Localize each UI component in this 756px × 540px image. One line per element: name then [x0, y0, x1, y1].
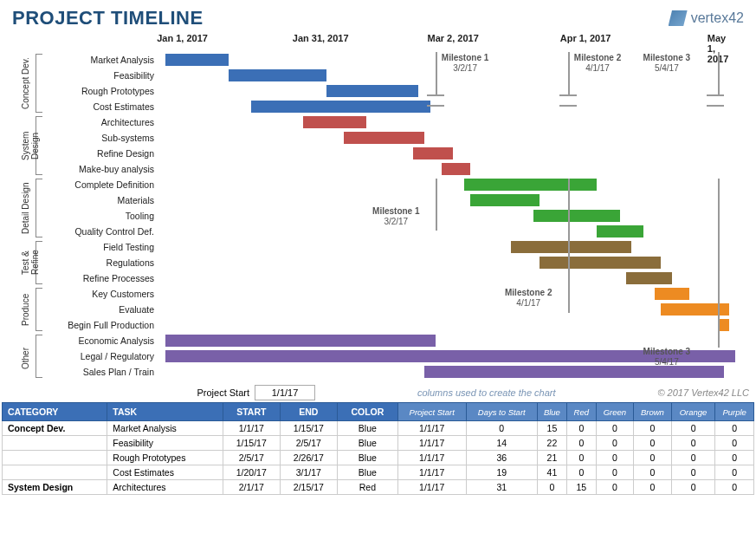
cell-red: 0 [566, 436, 596, 451]
cell-end[interactable]: 3/1/17 [280, 465, 337, 480]
gantt-bar [413, 147, 454, 159]
cell-category[interactable]: System Design [3, 480, 107, 495]
cell-task[interactable]: Feasibility [107, 436, 223, 451]
task-label: Refine Processes [47, 270, 159, 286]
cell-red: 0 [566, 465, 596, 480]
milestone-label: Milestone 24/1/17 [505, 288, 552, 308]
cell-category[interactable]: Concept Dev. [3, 421, 107, 436]
cell-color[interactable]: Red [337, 480, 397, 495]
milestone-line [436, 179, 437, 231]
brand-logo: vertex42 [669, 10, 744, 26]
gantt-bar [303, 116, 366, 128]
cell-orange: 0 [671, 451, 714, 465]
task-label: Quality Control Def. [47, 224, 159, 239]
cell-blue: 15 [537, 421, 566, 436]
table-row[interactable]: System DesignArchitectures2/1/172/15/17R… [3, 480, 754, 495]
cell-brown: 0 [633, 451, 671, 465]
gantt-bar [540, 257, 661, 269]
project-start-cell[interactable]: 1/1/17 [255, 385, 315, 400]
cell-end[interactable]: 2/26/17 [280, 451, 337, 465]
gantt-bar [442, 163, 470, 175]
task-labels-column: Market Analysis Feasibility Rough Protot… [47, 52, 159, 380]
cell-dts: 0 [466, 421, 537, 436]
group-label: Detail Design [21, 182, 30, 234]
cell-category[interactable] [3, 436, 107, 451]
task-label: Feasibility [47, 68, 159, 83]
task-label: Economic Analysis [47, 333, 159, 348]
brand-name: vertex42 [691, 10, 744, 26]
cell-dts: 31 [466, 480, 537, 495]
col-blue: Blue [537, 403, 566, 421]
cell-task[interactable]: Cost Estimates [107, 465, 223, 480]
table-row[interactable]: Rough Prototypes2/5/172/26/17Blue1/1/173… [3, 451, 754, 465]
cell-color[interactable]: Blue [337, 451, 397, 465]
cell-purple: 0 [715, 436, 754, 451]
cell-brown: 0 [633, 421, 671, 436]
task-label: Market Analysis [47, 52, 159, 68]
gantt-bar [165, 335, 436, 347]
table-row[interactable]: Cost Estimates1/20/173/1/17Blue1/1/17194… [3, 465, 754, 480]
cell-task[interactable]: Rough Prototypes [107, 451, 223, 465]
axis-tick: Apr 1, 2017 [560, 33, 611, 43]
cell-start[interactable]: 1/1/17 [223, 421, 280, 436]
cell-color[interactable]: Blue [337, 436, 397, 451]
task-label: Sub-systems [47, 130, 159, 146]
table-row[interactable]: Concept Dev.Market Analysis1/1/171/15/17… [3, 421, 754, 436]
gantt-bar [626, 272, 672, 284]
task-label: Begin Full Production [47, 317, 159, 333]
cell-purple: 0 [715, 465, 754, 480]
cell-category[interactable] [3, 451, 107, 465]
col-purple: Purple [715, 403, 754, 421]
gantt-bar [470, 194, 540, 206]
gantt-bar [326, 85, 418, 97]
cell-color[interactable]: Blue [337, 421, 397, 436]
task-label: Legal / Regulatory [47, 348, 159, 364]
table-row[interactable]: Feasibility1/15/172/5/17Blue1/1/17142200… [3, 436, 754, 451]
cell-start[interactable]: 2/1/17 [223, 480, 280, 495]
gantt-bar [251, 101, 430, 113]
cell-blue: 21 [537, 451, 566, 465]
col-red: Red [566, 403, 596, 421]
task-data-table: CATEGORY TASK START END COLOR Project St… [2, 402, 754, 495]
cell-green: 0 [596, 480, 633, 495]
cell-orange: 0 [671, 480, 714, 495]
cell-ps: 1/1/17 [397, 436, 466, 451]
cell-task[interactable]: Architectures [107, 480, 223, 495]
cell-brown: 0 [633, 436, 671, 451]
cell-orange: 0 [671, 465, 714, 480]
task-label: Architectures [47, 114, 159, 130]
group-labels-column: Concept Dev. System Design Detail Design… [12, 52, 47, 380]
gantt-bar [424, 366, 724, 378]
cell-color[interactable]: Blue [337, 465, 397, 480]
col-task: TASK [107, 403, 223, 421]
cell-end[interactable]: 2/15/17 [280, 480, 337, 495]
task-label: Sales Plan / Train [47, 364, 159, 380]
gantt-bar [655, 288, 689, 300]
gantt-bar [597, 225, 643, 237]
cell-ps: 1/1/17 [397, 421, 466, 436]
gantt-chart: Jan 1, 2017 Jan 31, 2017 Mar 2, 2017 Apr… [0, 33, 756, 380]
axis-tick: Jan 31, 2017 [293, 33, 349, 43]
cell-dts: 14 [466, 436, 537, 451]
cell-purple: 0 [715, 421, 754, 436]
cell-start[interactable]: 2/5/17 [223, 451, 280, 465]
cell-brown: 0 [633, 465, 671, 480]
cell-green: 0 [596, 465, 633, 480]
cell-green: 0 [596, 436, 633, 451]
cell-task[interactable]: Market Analysis [107, 421, 223, 436]
cell-end[interactable]: 1/15/17 [280, 421, 337, 436]
gantt-bar [464, 179, 597, 191]
cell-start[interactable]: 1/20/17 [223, 465, 280, 480]
gantt-bar [533, 210, 620, 222]
cell-red: 15 [566, 480, 596, 495]
cell-green: 0 [596, 451, 633, 465]
task-label: Evaluate [47, 302, 159, 317]
milestone-bridge [427, 94, 444, 107]
cell-start[interactable]: 1/15/17 [223, 436, 280, 451]
columns-note: columns used to create the chart [315, 387, 657, 398]
milestone-line [436, 52, 437, 94]
cell-end[interactable]: 2/5/17 [280, 436, 337, 451]
gantt-bars: Milestone 13/2/17 Milestone 24/1/17 Mile… [159, 52, 735, 380]
date-axis: Jan 1, 2017 Jan 31, 2017 Mar 2, 2017 Apr… [159, 33, 735, 52]
cell-category[interactable] [3, 465, 107, 480]
